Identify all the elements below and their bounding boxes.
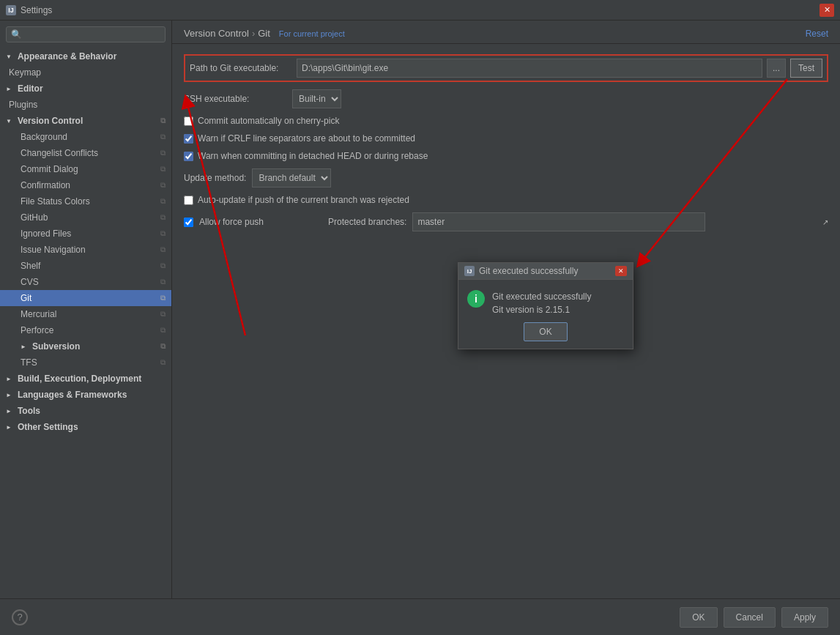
sidebar-item-github[interactable]: GitHub ⧉	[0, 209, 171, 226]
sidebar-item-label: Shelf	[21, 261, 40, 271]
dialog-info-icon: i	[467, 290, 485, 308]
update-method-row: Update method: Branch default	[184, 168, 828, 187]
update-method-label: Update method:	[184, 173, 246, 183]
sidebar-item-label: File Status Colors	[21, 196, 90, 207]
copy-icon: ⧉	[160, 358, 166, 367]
sidebar-item-version-control[interactable]: Version Control ⧉	[0, 113, 171, 129]
allow-force-label: Allow force push	[199, 217, 264, 227]
ok-button[interactable]: OK	[680, 607, 717, 628]
sidebar-item-perforce[interactable]: Perforce ⧉	[0, 322, 171, 338]
cancel-button[interactable]: Cancel	[724, 607, 776, 628]
content-body: Path to Git executable: ... Test SSH exe…	[172, 44, 840, 249]
warn-detached-checkbox[interactable]	[184, 152, 193, 161]
breadcrumb-part1: Version Control	[184, 28, 249, 39]
sidebar-search-input[interactable]	[6, 26, 166, 42]
sidebar-item-editor[interactable]: Editor	[0, 81, 171, 97]
sidebar-item-label: TFS	[21, 357, 37, 368]
dialog-app-icon: IJ	[464, 266, 475, 276]
sidebar-item-label: Background	[21, 132, 67, 142]
apply-button[interactable]: Apply	[781, 607, 828, 628]
sidebar-item-file-status-colors[interactable]: File Status Colors ⧉	[0, 193, 171, 209]
bottom-buttons: OK Cancel Apply	[680, 607, 828, 628]
copy-icon: ⧉	[160, 133, 166, 141]
copy-icon: ⧉	[160, 245, 166, 254]
copy-icon: ⧉	[160, 149, 166, 157]
dialog-ok-button[interactable]: OK	[524, 322, 568, 341]
commit-automatically-row: Commit automatically on cherry-pick	[184, 116, 828, 126]
warn-crlf-checkbox[interactable]	[184, 134, 193, 144]
sidebar-item-keymap[interactable]: Keymap	[0, 64, 171, 81]
sidebar-item-label: Issue Navigation	[21, 245, 86, 255]
dialog-body: i Git executed successfully Git version …	[458, 280, 633, 349]
sidebar-item-label: Tools	[18, 406, 40, 416]
sidebar: Appearance & Behavior Keymap Editor Plug…	[0, 21, 172, 598]
sidebar-item-label: Editor	[18, 83, 43, 94]
dialog-title-bar: IJ Git executed successfully ✕	[458, 263, 633, 280]
ssh-select-container: Built-in	[292, 89, 341, 108]
commit-automatically-checkbox[interactable]	[184, 116, 193, 126]
path-to-git-row: Path to Git executable: ... Test	[184, 54, 828, 82]
sidebar-item-confirmation[interactable]: Confirmation ⧉	[0, 177, 171, 193]
sidebar-item-label: Commit Dialog	[21, 164, 78, 174]
sidebar-item-cvs[interactable]: CVS ⧉	[0, 274, 171, 290]
sidebar-item-tools[interactable]: Tools	[0, 403, 171, 419]
sidebar-item-other-settings[interactable]: Other Settings	[0, 419, 171, 435]
bottom-bar: ? OK Cancel Apply	[0, 598, 840, 635]
dialog-title: Git executed successfully	[479, 266, 578, 276]
copy-icon: ⧉	[160, 116, 166, 125]
sidebar-item-label: Appearance & Behavior	[18, 51, 116, 62]
ssh-select[interactable]: Built-in	[292, 89, 341, 108]
help-button[interactable]: ?	[12, 609, 28, 625]
git-success-dialog[interactable]: IJ Git executed successfully ✕ i Git exe…	[458, 262, 633, 349]
dialog-close-button[interactable]: ✕	[615, 266, 627, 276]
copy-icon: ⧉	[160, 165, 166, 174]
warn-crlf-row: Warn if CRLF line separators are about t…	[184, 133, 828, 144]
copy-icon: ⧉	[160, 342, 166, 351]
sidebar-item-issue-navigation[interactable]: Issue Navigation ⧉	[0, 242, 171, 258]
copy-icon: ⧉	[160, 181, 166, 190]
sidebar-item-label: Plugins	[9, 100, 37, 110]
allow-force-row: Allow force push Protected branches: ↗	[184, 212, 828, 231]
sidebar-item-git[interactable]: Git ⧉	[0, 290, 171, 306]
protected-branches-input[interactable]	[412, 212, 705, 231]
sidebar-item-build-execution[interactable]: Build, Execution, Deployment	[0, 371, 171, 387]
sidebar-item-commit-dialog[interactable]: Commit Dialog ⧉	[0, 161, 171, 177]
update-method-select[interactable]: Branch default	[252, 168, 331, 187]
sidebar-item-changelist-conflicts[interactable]: Changelist Conflicts ⧉	[0, 145, 171, 161]
warn-detached-row: Warn when committing in detached HEAD or…	[184, 151, 828, 161]
sidebar-item-label: Mercurial	[21, 309, 56, 319]
ellipsis-button[interactable]: ...	[767, 59, 786, 78]
breadcrumb-part2: Git	[258, 28, 270, 39]
sidebar-item-label: Version Control	[18, 116, 83, 126]
copy-icon: ⧉	[160, 229, 166, 238]
sidebar-search-container	[0, 21, 171, 48]
branch-arrow-icon: ↗	[822, 218, 828, 226]
auto-update-checkbox[interactable]	[184, 196, 193, 205]
sidebar-item-label: Git	[21, 293, 31, 303]
sidebar-item-plugins[interactable]: Plugins	[0, 97, 171, 113]
reset-link[interactable]: Reset	[806, 29, 828, 39]
dialog-title-left: IJ Git executed successfully	[464, 266, 578, 276]
commit-automatically-label: Commit automatically on cherry-pick	[198, 116, 339, 126]
sidebar-item-shelf[interactable]: Shelf ⧉	[0, 258, 171, 274]
sidebar-item-label: Changelist Conflicts	[21, 148, 98, 158]
copy-icon: ⧉	[160, 326, 166, 335]
sidebar-item-ignored-files[interactable]: Ignored Files ⧉	[0, 226, 171, 242]
path-input[interactable]	[297, 59, 762, 78]
auto-update-label: Auto-update if push of the current branc…	[198, 195, 409, 205]
sidebar-item-label: Ignored Files	[21, 229, 71, 239]
sidebar-item-mercurial[interactable]: Mercurial ⧉	[0, 306, 171, 322]
sidebar-item-appearance[interactable]: Appearance & Behavior	[0, 48, 171, 64]
test-button[interactable]: Test	[790, 59, 822, 78]
sidebar-item-languages[interactable]: Languages & Frameworks	[0, 387, 171, 403]
copy-icon: ⧉	[160, 197, 166, 206]
close-button[interactable]: ✕	[819, 4, 834, 17]
sidebar-item-subversion[interactable]: Subversion ⧉	[0, 338, 171, 354]
sidebar-item-tfs[interactable]: TFS ⧉	[0, 354, 171, 371]
copy-icon: ⧉	[160, 278, 166, 286]
sidebar-item-label: CVS	[21, 277, 39, 287]
sidebar-item-background[interactable]: Background ⧉	[0, 129, 171, 145]
sidebar-item-label: Languages & Frameworks	[18, 390, 127, 400]
title-bar: IJ Settings ✕	[0, 0, 840, 21]
allow-force-checkbox[interactable]	[184, 218, 193, 227]
